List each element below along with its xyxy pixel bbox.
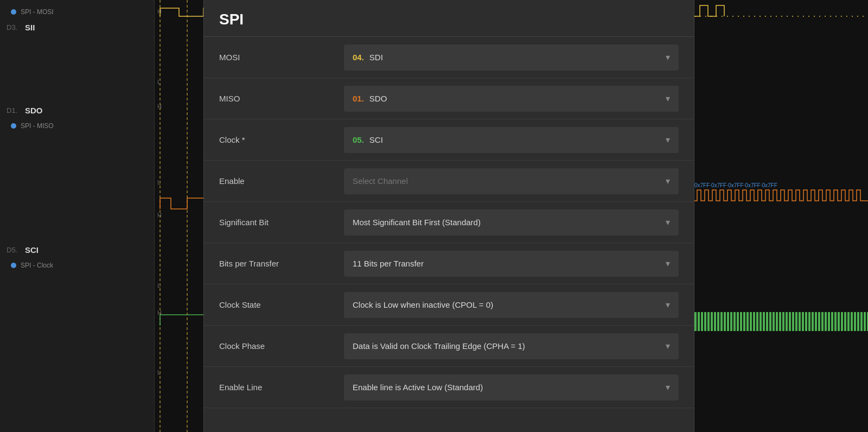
svg-rect-54: [802, 312, 804, 331]
enable-line-value-text: Enable line is Active Low (Standard): [353, 383, 483, 392]
svg-rect-23: [701, 312, 703, 331]
enable-value: Select Channel: [353, 176, 408, 186]
svg-rect-30: [724, 312, 726, 331]
svg-rect-67: [844, 312, 846, 331]
channel-dot-clock: [11, 263, 16, 268]
svg-text:H: H: [157, 212, 162, 218]
clock-state-dropdown[interactable]: Clock is Low when inactive (CPOL = 0) ▾: [344, 292, 679, 318]
field-row-significant-bit: Significant Bit Most Significant Bit Fir…: [204, 202, 694, 243]
clock-phase-chevron-icon: ▾: [666, 341, 670, 351]
svg-rect-21: [694, 312, 697, 331]
sidebar-label-spi-miso: SPI - MISO: [21, 122, 54, 130]
sidebar-item-spi-mosi[interactable]: SPI - MOSI: [0, 5, 154, 18]
svg-rect-73: [864, 312, 866, 331]
svg-rect-56: [808, 312, 810, 331]
svg-rect-40: [756, 312, 758, 331]
svg-rect-61: [825, 312, 827, 331]
miso-badge: 01.: [353, 94, 364, 103]
svg-rect-24: [704, 312, 706, 331]
svg-rect-66: [841, 312, 843, 331]
field-label-clock: Clock *: [219, 135, 344, 144]
clock-phase-dropdown[interactable]: Data is Valid on Clock Trailing Edge (CP…: [344, 333, 679, 359]
svg-rect-44: [769, 312, 771, 331]
bits-per-transfer-dropdown[interactable]: 11 Bits per Transfer ▾: [344, 251, 679, 277]
sidebar: SPI - MOSI D3. SII D1. SDO SPI - MISO D5…: [0, 0, 155, 432]
field-row-bits-per-transfer: Bits per Transfer 11 Bits per Transfer ▾: [204, 243, 694, 284]
svg-rect-28: [717, 312, 719, 331]
bits-per-transfer-value: 11 Bits per Transfer: [353, 259, 424, 268]
svg-rect-26: [711, 312, 713, 331]
field-row-miso: MISO 01. SDO ▾: [204, 78, 694, 119]
sidebar-item-spi-miso[interactable]: SPI - MISO: [0, 119, 154, 132]
field-row-enable-line: Enable Line Enable line is Active Low (S…: [204, 367, 694, 408]
svg-text:0x7FF·0x7FF·0x7FF·0x7FF·0x7FF: 0x7FF·0x7FF·0x7FF·0x7FF·0x7FF: [694, 182, 777, 188]
sidebar-label-spi-clock: SPI - Clock: [21, 262, 53, 269]
clock-dropdown[interactable]: 05. SCI ▾: [344, 127, 679, 153]
svg-rect-42: [763, 312, 765, 331]
svg-text:L: L: [157, 179, 161, 186]
waveform-svg-right: 0x7FF·0x7FF·0x7FF·0x7FF·0x7FF /* generat…: [694, 0, 868, 432]
channel-dot-mosi: [11, 9, 16, 15]
svg-rect-60: [821, 312, 824, 331]
svg-rect-38: [750, 312, 752, 331]
svg-rect-25: [707, 312, 710, 331]
svg-rect-22: [698, 312, 700, 331]
svg-rect-72: [860, 312, 863, 331]
svg-text:L: L: [157, 282, 161, 289]
sidebar-item-sdo[interactable]: D1. SDO: [0, 101, 154, 119]
svg-text:H: H: [157, 103, 162, 110]
svg-rect-45: [773, 312, 775, 331]
sidebar-item-sii[interactable]: D3. SII: [0, 18, 154, 36]
ch-name-sdo: SDO: [25, 106, 43, 115]
field-row-clock-phase: Clock Phase Data is Valid on Clock Trail…: [204, 326, 694, 367]
svg-rect-34: [737, 312, 739, 331]
field-label-enable-line: Enable Line: [219, 383, 344, 392]
enable-placeholder: Select Channel: [353, 176, 408, 186]
svg-text:L: L: [157, 369, 161, 376]
svg-rect-57: [812, 312, 814, 331]
mosi-badge: 04.: [353, 53, 364, 62]
sidebar-item-sci[interactable]: D5. SCI: [0, 241, 154, 259]
field-label-significant-bit: Significant Bit: [219, 218, 344, 227]
significant-bit-dropdown[interactable]: Most Significant Bit First (Standard) ▾: [344, 209, 679, 236]
ch-num-sdo: D1.: [7, 106, 22, 115]
svg-rect-59: [818, 312, 820, 331]
significant-bit-value: Most Significant Bit First (Standard): [353, 218, 481, 227]
mosi-dropdown[interactable]: 04. SDI ▾: [344, 45, 679, 71]
enable-dropdown[interactable]: Select Channel ▾: [344, 168, 679, 194]
sidebar-item-spi-clock[interactable]: SPI - Clock: [0, 259, 154, 272]
svg-rect-33: [733, 312, 736, 331]
svg-rect-27: [714, 312, 716, 331]
mosi-value: 04. SDI: [353, 53, 383, 62]
svg-rect-65: [838, 312, 840, 331]
clock-value-text: SCI: [369, 135, 383, 144]
svg-rect-55: [805, 312, 807, 331]
miso-value-text: SDO: [369, 94, 387, 103]
clock-phase-value: Data is Valid on Clock Trailing Edge (CP…: [353, 341, 525, 351]
svg-rect-64: [834, 312, 837, 331]
svg-rect-58: [815, 312, 817, 331]
field-row-clock: Clock * 05. SCI ▾: [204, 119, 694, 161]
field-row-clock-state: Clock State Clock is Low when inactive (…: [204, 284, 694, 326]
svg-rect-62: [828, 312, 830, 331]
svg-rect-46: [776, 312, 778, 331]
miso-dropdown[interactable]: 01. SDO ▾: [344, 86, 679, 112]
channel-group-mosi: SPI - MOSI: [0, 5, 154, 18]
clock-value: 05. SCI: [353, 135, 383, 144]
svg-rect-37: [746, 312, 749, 331]
svg-rect-29: [720, 312, 723, 331]
enable-line-dropdown[interactable]: Enable line is Active Low (Standard) ▾: [344, 374, 679, 401]
svg-rect-49: [786, 312, 788, 331]
mosi-value-text: SDI: [369, 53, 383, 62]
clock-state-chevron-icon: ▾: [666, 300, 670, 310]
waveform-right: 0x7FF·0x7FF·0x7FF·0x7FF·0x7FF /* generat…: [694, 0, 868, 432]
field-label-mosi: MOSI: [219, 53, 344, 62]
field-label-miso: MISO: [219, 94, 344, 103]
clock-badge: 05.: [353, 135, 364, 144]
field-label-clock-state: Clock State: [219, 300, 344, 309]
clock-phase-value-text: Data is Valid on Clock Trailing Edge (CP…: [353, 341, 525, 351]
ch-num-sci: D5.: [7, 246, 22, 254]
field-row-enable: Enable Select Channel ▾: [204, 161, 694, 202]
significant-bit-value-text: Most Significant Bit First (Standard): [353, 218, 481, 227]
ch-name-sci: SCI: [25, 245, 39, 255]
